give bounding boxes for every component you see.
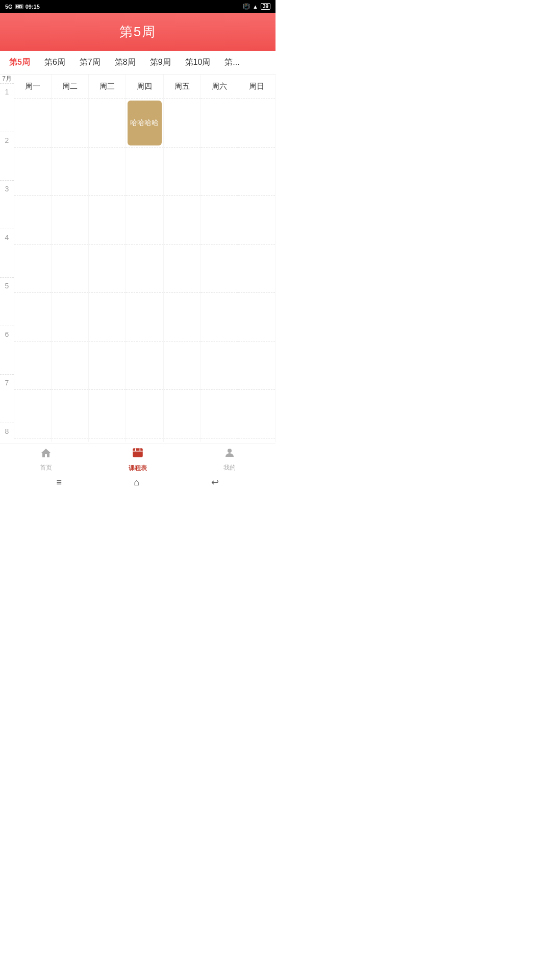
cell-mon-5[interactable]: [14, 293, 51, 341]
cell-fri-7[interactable]: [164, 390, 201, 438]
cell-wed-8[interactable]: [89, 438, 126, 442]
nav-tab-home[interactable]: 首页: [0, 444, 92, 475]
cell-mon-6[interactable]: [14, 341, 51, 390]
cell-mon-2[interactable]: [14, 148, 51, 196]
cell-sat-8[interactable]: [201, 438, 238, 442]
cell-wed-5[interactable]: [89, 293, 126, 341]
cell-thu-6[interactable]: [126, 341, 163, 390]
nav-tabs: 首页 课程表 我的: [0, 444, 276, 475]
week-tab-9[interactable]: 第9周: [143, 51, 178, 74]
cell-wed-4[interactable]: [89, 244, 126, 293]
cell-sat-7[interactable]: [201, 390, 238, 438]
cell-tue-3[interactable]: [52, 196, 88, 244]
time: 09:15: [26, 4, 40, 10]
week-tab-8[interactable]: 第8周: [108, 51, 143, 74]
calendar-area: 7月 1 2 3 4 5 6 7 8 周一: [0, 75, 276, 442]
day-header-fri: 周五: [164, 75, 201, 99]
days-inner: 周一 周二: [14, 75, 276, 442]
cell-thu-5[interactable]: [126, 293, 163, 341]
home-button[interactable]: ⌂: [134, 477, 139, 488]
day-col-fri: 周五: [164, 75, 201, 442]
cell-tue-5[interactable]: [52, 293, 88, 341]
day-header-mon: 周一: [14, 75, 51, 99]
nav-tab-schedule[interactable]: 课程表: [92, 444, 184, 475]
period-4: 4: [0, 229, 14, 278]
cell-wed-3[interactable]: [89, 196, 126, 244]
home-icon: [40, 447, 52, 462]
week-tabs[interactable]: 第5周 第6周 第7周 第8周 第9周 第10周 第...: [0, 51, 276, 75]
cell-mon-7[interactable]: [14, 390, 51, 438]
period-3: 3: [0, 181, 14, 229]
cell-mon-8[interactable]: [14, 438, 51, 442]
cell-tue-7[interactable]: [52, 390, 88, 438]
cell-tue-2[interactable]: [52, 148, 88, 196]
period-6: 6: [0, 326, 14, 375]
cell-thu-1[interactable]: 哈哈哈哈: [126, 99, 163, 148]
week-tab-5[interactable]: 第5周: [2, 51, 37, 74]
svg-point-4: [228, 449, 232, 453]
day-col-sat: 周六: [201, 75, 238, 442]
cell-mon-3[interactable]: [14, 196, 51, 244]
menu-button[interactable]: ≡: [57, 477, 62, 488]
days-area: 周一 周二: [14, 75, 276, 442]
week-title: 第5周: [119, 23, 156, 41]
cell-sat-5[interactable]: [201, 293, 238, 341]
week-tab-more[interactable]: 第...: [217, 51, 246, 74]
wifi-icon: ▲: [253, 4, 258, 10]
cell-sat-1[interactable]: [201, 99, 238, 148]
week-tab-7[interactable]: 第7周: [72, 51, 108, 74]
cell-tue-1[interactable]: [52, 99, 88, 148]
cell-fri-2[interactable]: [164, 148, 201, 196]
cell-thu-7[interactable]: [126, 390, 163, 438]
cell-sat-4[interactable]: [201, 244, 238, 293]
mine-label: 我的: [223, 463, 236, 472]
cell-sun-6[interactable]: [238, 341, 275, 390]
month-label: 7月: [0, 75, 14, 84]
cell-wed-6[interactable]: [89, 341, 126, 390]
cell-thu-3[interactable]: [126, 196, 163, 244]
back-button[interactable]: ↩: [211, 477, 219, 488]
svg-rect-0: [133, 448, 143, 457]
cell-fri-3[interactable]: [164, 196, 201, 244]
cell-sun-1[interactable]: [238, 99, 275, 148]
cell-fri-4[interactable]: [164, 244, 201, 293]
cell-sat-3[interactable]: [201, 196, 238, 244]
cell-mon-1[interactable]: [14, 99, 51, 148]
cell-sun-7[interactable]: [238, 390, 275, 438]
bottom-nav: 首页 课程表 我的 ≡ ⌂ ↩: [0, 444, 276, 490]
cell-wed-7[interactable]: [89, 390, 126, 438]
week-tab-10[interactable]: 第10周: [178, 51, 218, 74]
course-block-hahaha[interactable]: 哈哈哈哈: [128, 101, 161, 145]
home-label: 首页: [40, 463, 52, 472]
nav-tab-mine[interactable]: 我的: [184, 444, 276, 475]
mine-icon: [223, 447, 236, 462]
cell-thu-4[interactable]: [126, 244, 163, 293]
cell-mon-4[interactable]: [14, 244, 51, 293]
day-header-thu: 周四: [126, 75, 163, 99]
cell-sun-2[interactable]: [238, 148, 275, 196]
cell-sun-5[interactable]: [238, 293, 275, 341]
week-tab-6[interactable]: 第6周: [37, 51, 72, 74]
cell-wed-1[interactable]: [89, 99, 126, 148]
cell-tue-4[interactable]: [52, 244, 88, 293]
cell-sat-6[interactable]: [201, 341, 238, 390]
cell-tue-8[interactable]: [52, 438, 88, 442]
cell-sun-4[interactable]: [238, 244, 275, 293]
cell-thu-8[interactable]: [126, 438, 163, 442]
cell-sun-8[interactable]: [238, 438, 275, 442]
cell-fri-1[interactable]: [164, 99, 201, 148]
cell-fri-8[interactable]: [164, 438, 201, 442]
vibrate-icon: 📳: [243, 3, 250, 10]
cell-sat-2[interactable]: [201, 148, 238, 196]
period-8: 8: [0, 423, 14, 442]
cell-thu-2[interactable]: [126, 148, 163, 196]
day-header-wed: 周三: [89, 75, 126, 99]
day-header-sun: 周日: [238, 75, 275, 99]
period-1: 1: [0, 84, 14, 132]
cell-fri-5[interactable]: [164, 293, 201, 341]
cell-sun-3[interactable]: [238, 196, 275, 244]
cell-tue-6[interactable]: [52, 341, 88, 390]
cell-fri-6[interactable]: [164, 341, 201, 390]
day-header-sat: 周六: [201, 75, 238, 99]
cell-wed-2[interactable]: [89, 148, 126, 196]
